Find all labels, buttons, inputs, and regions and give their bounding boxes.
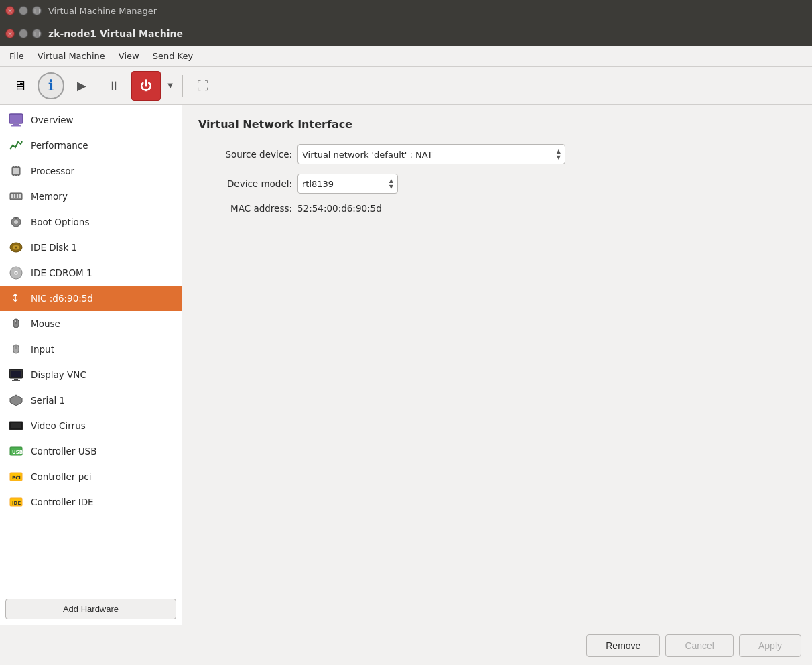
menu-file[interactable]: File <box>3 48 31 64</box>
action-bar: Remove Cancel Apply <box>0 625 812 665</box>
svg-rect-14 <box>17 194 18 198</box>
menu-virtual-machine[interactable]: Virtual Machine <box>31 48 112 64</box>
sidebar-item-mouse[interactable]: Mouse <box>0 311 182 337</box>
sidebar-label-memory: Memory <box>31 191 68 202</box>
inner-close-btn[interactable]: × <box>5 29 15 38</box>
svg-rect-28 <box>15 320 16 322</box>
overview-icon <box>8 112 24 128</box>
sidebar-item-controller-usb[interactable]: USB Controller USB <box>0 438 182 464</box>
sidebar-item-overview[interactable]: Overview <box>0 107 182 133</box>
inner-min-btn[interactable]: − <box>19 29 28 38</box>
apply-button[interactable]: Apply <box>739 634 801 657</box>
svg-rect-33 <box>14 379 18 380</box>
sidebar-item-processor[interactable]: Processor <box>0 158 182 184</box>
sidebar-item-controller-ide[interactable]: IDE Controller IDE <box>0 489 182 515</box>
power-icon: ⏻ <box>140 78 152 93</box>
svg-text:PCI: PCI <box>12 475 21 481</box>
outer-win-controls[interactable]: × − □ <box>5 6 42 15</box>
play-toolbar-btn[interactable]: ▶ <box>67 71 96 101</box>
sidebar-label-overview: Overview <box>31 115 74 125</box>
power-dropdown-btn[interactable]: ▼ <box>163 71 177 101</box>
add-hardware-button[interactable]: Add Hardware <box>5 599 176 619</box>
mac-address-row: MAC address: 52:54:00:d6:90:5d <box>198 203 796 214</box>
mac-address-value: 52:54:00:d6:90:5d <box>297 203 382 214</box>
sidebar-item-nic[interactable]: ↕ NIC :d6:90:5d <box>0 286 182 311</box>
content-area: Virtual Network Interface Source device:… <box>182 105 812 625</box>
pause-toolbar-btn[interactable]: ⏸ <box>99 71 129 101</box>
remove-button[interactable]: Remove <box>586 634 660 657</box>
source-device-label: Source device: <box>198 149 292 160</box>
inner-title: zk-node1 Virtual Machine <box>48 28 183 39</box>
source-device-row: Source device: Virtual network 'default'… <box>198 144 796 164</box>
outer-close-btn[interactable]: × <box>5 6 15 15</box>
serial-icon <box>8 392 24 408</box>
sidebar-item-performance[interactable]: Performance <box>0 133 182 158</box>
source-device-spinner[interactable]: ▲ ▼ <box>557 149 561 160</box>
sidebar-item-display-vnc[interactable]: Display VNC <box>0 362 182 387</box>
menubar: File Virtual Machine View Send Key <box>0 46 812 67</box>
sidebar: Overview Performance Processor <box>0 105 182 625</box>
main-area: Overview Performance Processor <box>0 105 812 625</box>
svg-rect-12 <box>11 194 13 198</box>
device-model-select[interactable]: rtl8139 ▲ ▼ <box>297 174 398 194</box>
sidebar-item-video-cirrus[interactable]: Video Cirrus <box>0 413 182 438</box>
form-grid: Source device: Virtual network 'default'… <box>198 144 796 214</box>
sidebar-label-video-cirrus: Video Cirrus <box>31 420 86 431</box>
svg-marker-35 <box>10 395 22 406</box>
sidebar-label-serial-1: Serial 1 <box>31 395 65 406</box>
sidebar-item-serial-1[interactable]: Serial 1 <box>0 387 182 413</box>
svg-rect-1 <box>13 124 19 125</box>
sidebar-label-controller-pci: Controller pci <box>31 471 91 482</box>
ide-disk-icon <box>8 239 24 255</box>
sidebar-label-mouse: Mouse <box>31 318 60 329</box>
sidebar-label-processor: Processor <box>31 166 74 176</box>
performance-icon <box>8 137 24 154</box>
sidebar-item-ide-disk-1[interactable]: IDE Disk 1 <box>0 235 182 260</box>
svg-point-24 <box>15 272 17 274</box>
play-icon: ▶ <box>77 78 86 93</box>
processor-icon <box>8 163 24 179</box>
inner-win-controls[interactable]: × − □ <box>5 29 42 38</box>
sidebar-item-memory[interactable]: Memory <box>0 184 182 209</box>
boot-options-icon <box>8 214 24 230</box>
fullscreen-toolbar-btn[interactable]: ⛶ <box>188 71 218 101</box>
sidebar-list: Overview Performance Processor <box>0 105 182 593</box>
svg-rect-13 <box>14 194 15 198</box>
menu-send-key[interactable]: Send Key <box>146 48 200 64</box>
outer-max-btn[interactable]: □ <box>32 6 42 15</box>
mouse-icon <box>8 316 24 332</box>
toolbar: 🖥 ℹ ▶ ⏸ ⏻ ▼ ⛶ <box>0 67 812 105</box>
inner-titlebar: × − □ zk-node1 Virtual Machine <box>0 21 812 46</box>
mac-address-label: MAC address: <box>198 203 292 214</box>
sidebar-label-controller-usb: Controller USB <box>31 446 96 457</box>
outer-title: Virtual Machine Manager <box>48 6 157 16</box>
menu-view[interactable]: View <box>112 48 146 64</box>
source-device-select[interactable]: Virtual network 'default' : NAT ▲ ▼ <box>297 144 565 164</box>
pause-icon: ⏸ <box>108 78 120 93</box>
power-toolbar-btn[interactable]: ⏻ <box>131 71 161 101</box>
svg-text:IDE: IDE <box>12 501 21 506</box>
inner-window: × − □ zk-node1 Virtual Machine File Virt… <box>0 21 812 665</box>
svg-rect-34 <box>12 380 20 381</box>
outer-min-btn[interactable]: − <box>19 6 28 15</box>
inner-max-btn[interactable]: □ <box>32 29 42 38</box>
sidebar-item-ide-cdrom-1[interactable]: IDE CDROM 1 <box>0 260 182 286</box>
sidebar-bottom: Add Hardware <box>0 593 182 625</box>
device-model-spinner[interactable]: ▲ ▼ <box>389 178 393 190</box>
sidebar-item-boot-options[interactable]: Boot Options <box>0 209 182 235</box>
ide-cdrom-icon <box>8 265 24 281</box>
info-toolbar-btn[interactable]: ℹ <box>38 72 64 99</box>
svg-rect-0 <box>9 114 23 123</box>
cancel-button[interactable]: Cancel <box>665 634 734 657</box>
svg-rect-4 <box>13 168 19 174</box>
screen-icon: 🖥 <box>13 78 27 94</box>
svg-rect-15 <box>19 194 21 198</box>
device-model-label: Device model: <box>198 178 292 189</box>
sidebar-item-controller-pci[interactable]: PCI Controller pci <box>0 464 182 489</box>
sidebar-item-input[interactable]: Input <box>0 337 182 362</box>
screen-toolbar-btn[interactable]: 🖥 <box>5 71 35 101</box>
section-title: Virtual Network Interface <box>198 118 796 131</box>
svg-point-21 <box>15 247 17 249</box>
info-icon: ℹ <box>48 77 54 94</box>
source-device-value: Virtual network 'default' : NAT <box>302 149 433 160</box>
